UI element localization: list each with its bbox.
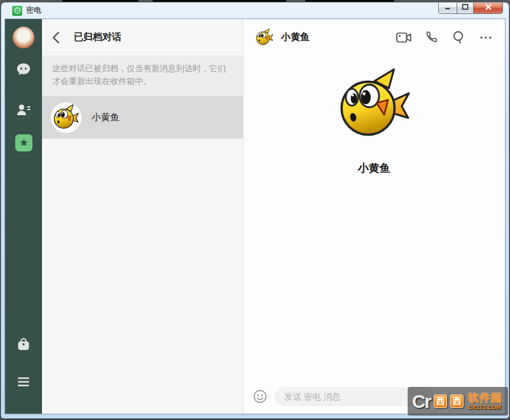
- chat-avatar: [51, 102, 81, 133]
- chat-header: 小黄鱼: [244, 19, 505, 55]
- watermark-cr-logo: Cr: [412, 392, 431, 411]
- chats-icon[interactable]: [5, 61, 42, 78]
- video-call-icon[interactable]: [396, 30, 411, 45]
- archive-panel: 已归档对话 这些对话已被归档，仅当有新消息到达时，它们才会重新出现在收件箱中。 …: [42, 19, 244, 414]
- minimize-button[interactable]: [438, 3, 457, 14]
- app-logo-icon: [12, 6, 22, 16]
- chat-name: 小黄鱼: [92, 111, 120, 123]
- peer-name: 小黄鱼: [281, 31, 310, 43]
- nav-sidebar: [5, 19, 42, 414]
- close-button[interactable]: [474, 3, 503, 14]
- app-window: 密电: [1, 2, 509, 419]
- emoji-icon[interactable]: [252, 389, 268, 404]
- archive-header: 已归档对话: [42, 19, 243, 55]
- watermark-xi-left: 西: [434, 395, 447, 408]
- window-title: 密电: [26, 5, 41, 16]
- contacts-icon[interactable]: [5, 102, 42, 118]
- voice-call-icon[interactable]: [424, 30, 439, 45]
- site-watermark: Cr 西 西 软件园 CR173.COM: [408, 387, 508, 416]
- watermark-site-url: CR173.COM: [468, 405, 501, 410]
- title-bar: 密电: [1, 3, 509, 18]
- archive-notice: 这些对话已被归档，仅当有新消息到达时，它们才会重新出现在收件箱中。: [42, 55, 243, 96]
- archive-title: 已归档对话: [74, 31, 121, 43]
- user-avatar[interactable]: [5, 27, 42, 48]
- peer-avatar[interactable]: [255, 28, 274, 47]
- peer-profile: 小黄鱼: [244, 55, 505, 176]
- bag-icon[interactable]: [5, 337, 42, 352]
- chat-list-item[interactable]: 小黄鱼: [42, 96, 243, 139]
- back-icon[interactable]: [52, 31, 65, 44]
- profile-name: 小黄鱼: [358, 161, 390, 176]
- watermark-xi-right: 西: [450, 395, 464, 408]
- menu-icon[interactable]: [5, 377, 42, 387]
- watermark-park: 软件园: [468, 393, 502, 403]
- saved-bookmark-icon[interactable]: [5, 134, 42, 151]
- more-icon[interactable]: [478, 30, 493, 45]
- maximize-button[interactable]: [457, 3, 474, 14]
- profile-photo: [336, 67, 413, 144]
- chat-panel: 小黄鱼: [244, 19, 505, 414]
- search-icon[interactable]: [451, 30, 466, 45]
